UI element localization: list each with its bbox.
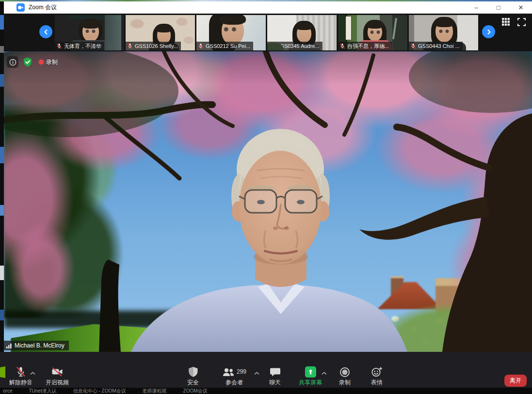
recording-indicator: 录制 [39,58,58,66]
start-video-button[interactable]: 开启视频 [42,366,73,386]
desktop-fragment [0,15,4,30]
gallery-view-icon[interactable] [501,17,510,26]
desktop-fragment [0,266,4,280]
participants-options-chevron[interactable] [254,372,259,375]
security-button[interactable]: 安全 [177,366,209,386]
taskbar-item[interactable]: ZOOM会议 [183,388,208,394]
smiley-plus-icon [371,366,383,378]
video-overlays: 录制 [7,56,58,68]
window-controls: – □ ✕ [465,1,532,14]
security-shield-icon[interactable] [22,56,33,68]
audio-level-icon [6,343,12,349]
record-button[interactable]: 录制 [329,366,360,386]
desktop-fragment [0,310,4,320]
unmute-options-chevron[interactable] [30,372,35,375]
maximize-button[interactable]: □ [487,1,510,14]
muted-mic-icon [127,43,133,49]
desktop-fragment [0,205,4,216]
reactions-button[interactable]: 表情 [361,366,392,386]
muted-mic-icon [410,43,416,49]
muted-mic-icon [339,43,345,49]
participant-thumbnail[interactable]: GSS0212 Su Pei... [196,15,266,50]
thumbnail-list: 无体育，不清华 GSS1026 Shelly... [55,15,478,50]
muted-mic-icon [198,43,204,49]
participant-name-badge: 无体育，不清华 [55,42,104,50]
filmstrip-previous-button[interactable] [39,25,52,38]
taskbar-item[interactable]: TUnet准入认 [29,388,56,394]
taskbar-sliver: orce TUnet准入认 信息化中心 - ZOOM会议 老师课程观 ZOOM会… [0,388,532,394]
leave-meeting-button[interactable]: 离开 [504,375,527,387]
muted-mic-icon [56,43,62,49]
participant-thumbnail[interactable]: GSS0345 Audre... [267,15,337,50]
meeting-toolbar: 解除静音 开启视频 安全 299 参会者 聊 [0,352,532,388]
fullscreen-icon[interactable] [517,18,526,26]
participant-name-badge: GSS1026 Shelly... [126,42,181,50]
participant-thumbnail[interactable]: GSS0443 Choi ... [409,15,478,50]
share-screen-icon [305,366,316,378]
chat-button[interactable]: 聊天 [259,366,290,386]
camera-muted-icon [51,366,64,378]
filmstrip-next-button[interactable] [482,25,495,38]
shield-icon [188,366,198,378]
title-bar: Zoom 会议 – □ ✕ [4,1,532,14]
taskbar-item[interactable]: orce [3,388,12,394]
participant-thumbnail[interactable]: 自强不息，厚德... [338,15,407,50]
overlay-logo-fragment [0,366,5,378]
zoom-app-icon [16,3,25,12]
participant-name-badge: GSS0345 Audre... [267,42,322,50]
unmute-button[interactable]: 解除静音 [5,366,36,386]
participant-name-badge: GSS0212 Su Pei... [196,42,253,50]
microphone-muted-icon [15,366,27,378]
participant-name-badge: GSS0443 Choi ... [409,42,463,50]
record-icon [339,366,350,378]
participant-thumbnail[interactable]: 无体育，不清华 [55,15,124,50]
meeting-info-icon[interactable] [7,56,18,68]
participants-filmstrip: 无体育，不清华 GSS1026 Shelly... [4,14,532,51]
muted-mic-icon [269,43,274,49]
participant-thumbnail[interactable]: GSS1026 Shelly... [126,15,195,50]
chat-bubble-icon [270,366,281,378]
participants-count: 299 [237,369,246,375]
participants-button[interactable]: 299 参会者 [217,366,251,386]
desktop-fragment [0,147,4,163]
share-screen-button[interactable]: 共享屏幕 [295,366,326,386]
window-title: Zoom 会议 [29,3,57,12]
desktop-fragment [0,74,4,87]
zoom-meeting-window: Zoom 会议 – □ ✕ 无体育，不清华 [0,0,532,394]
recording-dot-icon [39,60,44,64]
view-controls [501,17,526,26]
speaker-video-feed[interactable]: 录制 Michael B. McElroy [4,51,532,352]
desktop-left-sliver [0,1,4,388]
share-options-chevron[interactable] [322,372,327,375]
taskbar-item[interactable]: 老师课程观 [143,388,167,394]
speaker-name: Michael B. McElroy [15,342,64,349]
close-button[interactable]: ✕ [510,1,532,14]
participants-icon [222,367,235,378]
taskbar-item[interactable]: 信息化中心 - ZOOM会议 [73,388,126,394]
participant-name-badge: 自强不息，厚德... [338,42,392,50]
speaker-name-badge: Michael B. McElroy [4,341,69,350]
desktop-fragment [0,46,4,53]
speaker-person [4,51,532,352]
minimize-button[interactable]: – [465,1,487,14]
